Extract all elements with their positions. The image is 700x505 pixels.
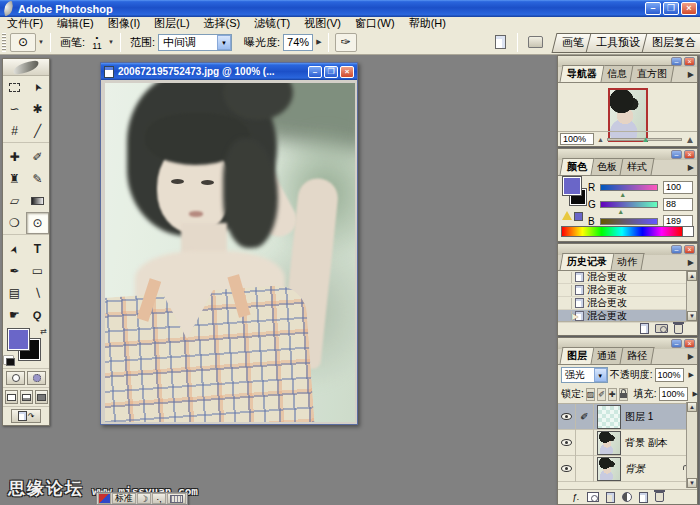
dodge-tool-icon[interactable]: ⊙ (26, 212, 49, 234)
zoom-out-icon[interactable]: ▲ (597, 136, 604, 143)
panel-close-icon[interactable]: × (684, 150, 695, 159)
layer-thumbnail[interactable] (597, 431, 621, 455)
menu-edit[interactable]: 编辑(E) (50, 17, 101, 30)
blue-slider[interactable]: ▲ (600, 218, 658, 225)
fill-slider-icon[interactable]: ▶ (693, 390, 698, 398)
fullscreen-button[interactable] (35, 390, 48, 404)
layer-thumbnail[interactable] (597, 457, 621, 481)
dodge-tool-icon[interactable]: ⊙ (10, 33, 36, 52)
menu-select[interactable]: 选择(S) (197, 17, 248, 30)
color-spectrum-ramp[interactable] (561, 226, 683, 237)
panel-menu-icon[interactable]: ▶ (688, 352, 694, 361)
eraser-tool-icon[interactable]: ▱ (3, 190, 26, 212)
fill-input[interactable]: 100% (659, 387, 688, 401)
gamut-warning-icon[interactable] (562, 211, 572, 220)
crop-tool-icon[interactable]: # (3, 120, 26, 142)
menu-filter[interactable]: 滤镜(T) (247, 17, 297, 30)
brush-dropdown-icon[interactable]: ▼ (108, 39, 114, 45)
gradient-tool-icon[interactable] (26, 190, 49, 212)
menu-file[interactable]: 文件(F) (0, 17, 50, 30)
foreground-color-swatch[interactable] (563, 177, 581, 195)
scroll-up-icon[interactable]: ▲ (687, 402, 697, 412)
doc-minimize-button[interactable]: – (308, 66, 322, 78)
quick-mask-mode-button[interactable] (27, 371, 46, 385)
tab-actions[interactable]: 动作 (610, 253, 645, 270)
lock-transparency-icon[interactable]: ▨ (586, 388, 596, 401)
magic-wand-tool-icon[interactable]: ✱ (26, 98, 49, 120)
link-indicator[interactable] (576, 430, 594, 456)
panel-menu-icon[interactable]: ▶ (688, 163, 694, 172)
history-source-checkbox[interactable] (560, 298, 572, 309)
layer-style-icon[interactable]: ƒ. (572, 492, 580, 502)
history-brush-tool-icon[interactable]: ✎ (26, 168, 49, 190)
gamut-swatch[interactable] (574, 212, 583, 221)
ime-mode-button[interactable]: 标准 (112, 493, 136, 504)
lasso-tool-icon[interactable]: ∽ (3, 98, 26, 120)
layers-scrollbar[interactable]: ▲ ▼ (686, 402, 697, 488)
lock-image-icon[interactable]: ✐ (597, 388, 606, 401)
path-selection-tool-icon[interactable]: ➤ (3, 238, 26, 260)
ime-punctuation-icon[interactable]: ·, (152, 493, 166, 504)
new-snapshot-icon[interactable] (655, 324, 668, 333)
tab-navigator[interactable]: 导航器 (560, 65, 605, 82)
white-swatch[interactable] (682, 226, 694, 237)
hand-tool-icon[interactable]: ☛ (3, 304, 26, 326)
visibility-toggle[interactable] (558, 404, 576, 430)
standard-screen-button[interactable] (5, 390, 18, 404)
lock-position-icon[interactable]: ✚ (608, 388, 617, 401)
move-tool-icon[interactable]: ➤ (26, 76, 49, 98)
brushes-palette-icon[interactable] (524, 32, 546, 52)
slider-thumb-icon[interactable]: ▲ (642, 135, 650, 144)
notes-tool-icon[interactable]: ▤ (3, 282, 26, 304)
layer-row-background[interactable]: 背景 (558, 456, 686, 482)
tab-histogram[interactable]: 直方图 (630, 65, 675, 82)
well-tab-tool-presets[interactable]: 工具预设 (586, 33, 651, 53)
menu-layer[interactable]: 图层(L) (147, 17, 196, 30)
swap-colors-icon[interactable]: ⇄ (40, 327, 47, 336)
navigator-zoom-input[interactable]: 100% (560, 133, 594, 145)
scroll-down-icon[interactable]: ▼ (687, 478, 697, 488)
shape-tool-icon[interactable]: ▭ (26, 260, 49, 282)
well-tab-layer-comps[interactable]: 图层复合 (642, 33, 700, 53)
visibility-toggle[interactable] (558, 430, 576, 456)
layer-thumbnail[interactable] (597, 405, 621, 429)
history-scrollbar[interactable]: ▲ ▼ (686, 271, 697, 321)
document-titlebar[interactable]: 200672195752473.jpg @ 100% (... – ❐ × (101, 63, 357, 80)
healing-brush-tool-icon[interactable]: ✚ (3, 146, 26, 168)
type-tool-icon[interactable]: T (26, 238, 49, 260)
opacity-slider-icon[interactable]: ▶ (689, 371, 694, 379)
layer-row[interactable]: 背景 副本 (558, 430, 686, 456)
new-group-icon[interactable] (606, 492, 615, 503)
tool-preset-dropdown-icon[interactable]: ▼ (38, 39, 44, 45)
history-source-checkbox[interactable] (560, 272, 572, 283)
blend-mode-dropdown-icon[interactable]: ▼ (594, 368, 607, 382)
panel-minimize-icon[interactable]: – (671, 150, 682, 159)
fullscreen-menubar-button[interactable] (20, 390, 33, 404)
red-value-input[interactable]: 100 (663, 181, 693, 194)
panel-minimize-icon[interactable]: – (671, 339, 682, 348)
brush-tool-icon[interactable]: ✐ (26, 146, 49, 168)
ime-fullhalf-icon[interactable]: ☽ (137, 493, 151, 504)
doc-close-button[interactable]: × (340, 66, 354, 78)
visibility-toggle[interactable] (558, 456, 576, 482)
tab-styles[interactable]: 样式 (620, 158, 655, 175)
green-value-input[interactable]: 88 (663, 198, 693, 211)
tab-layers[interactable]: 图层 (560, 347, 595, 364)
photo-canvas[interactable] (105, 83, 355, 422)
default-colors-icon[interactable] (6, 358, 15, 366)
minimize-button[interactable]: – (645, 2, 661, 15)
panel-minimize-icon[interactable]: – (671, 245, 682, 254)
zoom-tool-icon[interactable]: Q (26, 304, 49, 326)
menu-view[interactable]: 视图(V) (297, 17, 348, 30)
menu-window[interactable]: 窗口(W) (348, 17, 402, 30)
standard-mode-button[interactable] (6, 371, 25, 385)
jump-to-imageready-button[interactable]: ↷ (11, 409, 41, 423)
scroll-down-icon[interactable]: ▼ (687, 311, 697, 321)
range-select[interactable]: 中间调 ▼ (158, 34, 232, 51)
toolbox-titlebar[interactable] (3, 59, 49, 76)
foreground-color-swatch[interactable] (8, 329, 29, 350)
blur-tool-icon[interactable]: ❍ (3, 212, 26, 234)
history-source-checkbox[interactable] (560, 285, 572, 296)
lock-all-icon[interactable] (619, 388, 628, 401)
history-source-checkbox[interactable] (560, 311, 572, 322)
